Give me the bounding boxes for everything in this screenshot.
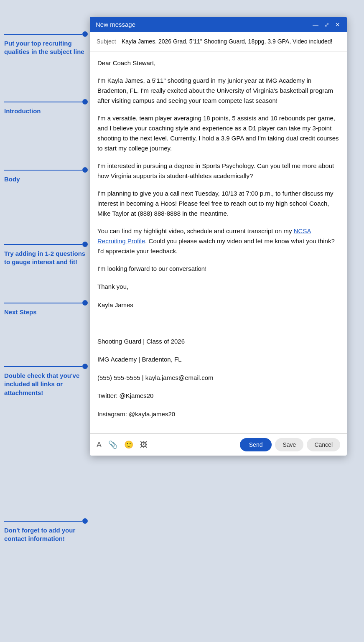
greeting: Dear Coach Stewart,: [97, 58, 339, 68]
signature-line-1: Shooting Guard | Class of 2026: [97, 336, 339, 347]
sidebar-item-label: Double check that you've included all li…: [4, 372, 88, 397]
email-body[interactable]: Dear Coach Stewart, I'm Kayla James, a 5…: [90, 51, 347, 433]
sidebar-dot: [82, 167, 88, 173]
sidebar-item-body-tip: Try adding in 1-2 questions to gauge int…: [4, 242, 88, 267]
emoji-icon[interactable]: 🙂: [124, 440, 133, 449]
signature-name: Kayla James: [97, 300, 339, 311]
paragraph-closing: I'm looking forward to our conversation!: [97, 264, 339, 274]
sidebar-line: [4, 170, 82, 171]
signature-line-4: Twitter: @Kjames20: [97, 390, 339, 401]
signature-closing: Thank you,: [97, 281, 339, 292]
paragraph-2: I'm a versatile, team player averaging 1…: [97, 113, 339, 153]
image-icon[interactable]: 🖼: [140, 441, 148, 449]
subject-label: Subject: [97, 37, 122, 45]
window-title: New message: [96, 21, 135, 28]
sidebar-dot: [82, 364, 88, 369]
link-paragraph-before: You can find my highlight video, schedul…: [97, 227, 294, 234]
sidebar-dot: [82, 242, 88, 247]
toolbar-actions: Send Save Cancel: [240, 438, 340, 451]
sidebar-item-body: Body: [4, 167, 88, 183]
signature-line-3: (555) 555-5555 | kayla.james@email.com: [97, 372, 339, 383]
cancel-button[interactable]: Cancel: [307, 438, 340, 451]
sidebar-line: [4, 303, 82, 303]
attachment-icon[interactable]: 📎: [108, 440, 117, 449]
send-button[interactable]: Send: [240, 438, 272, 451]
signature-line-5: Instagram: @kayla.james20: [97, 409, 339, 420]
sidebar-item-label: Try adding in 1-2 questions to gauge int…: [4, 250, 88, 267]
toolbar-icons: A 📎 🙂 🖼: [97, 440, 148, 449]
titlebar-controls: — ⤢ ✕: [312, 21, 341, 28]
sidebar-item-label: Next Steps: [4, 308, 88, 316]
sidebar-line: [4, 244, 82, 245]
sidebar-item-label: Introduction: [4, 107, 88, 115]
sidebar-dot: [82, 99, 88, 104]
signature-block: Thank you, Kayla James Shooting Guard | …: [97, 281, 339, 419]
sidebar-item-subject-tip: Put your top recruiting qualities in the…: [4, 31, 88, 56]
sidebar-line: [4, 34, 82, 35]
subject-value[interactable]: Kayla James, 2026 Grad, 5'11" Shooting G…: [122, 37, 340, 46]
sidebar-item-label: Don't forget to add your contact informa…: [4, 526, 88, 543]
sidebar-line: [4, 521, 82, 522]
save-button[interactable]: Save: [275, 438, 303, 451]
minimize-button[interactable]: —: [312, 21, 319, 28]
sidebar-item-next-steps: Next Steps: [4, 300, 88, 316]
sidebar-line: [4, 102, 82, 102]
sidebar-dot: [82, 300, 88, 306]
signature-line-2: IMG Academy | Bradenton, FL: [97, 354, 339, 365]
paragraph-4: I'm planning to give you a call next Tue…: [97, 189, 339, 219]
email-toolbar: A 📎 🙂 🖼 Send Save Cancel: [90, 433, 347, 456]
sidebar: Put your top recruiting qualities in the…: [0, 0, 92, 642]
sidebar-item-contact-tip: Don't forget to add your contact informa…: [4, 518, 88, 543]
format-text-icon[interactable]: A: [97, 441, 102, 449]
sidebar-item-introduction: Introduction: [4, 99, 88, 115]
maximize-button[interactable]: ⤢: [323, 21, 330, 28]
paragraph-1: I'm Kayla James, a 5'11" shooting guard …: [97, 76, 339, 106]
sidebar-dot: [82, 518, 88, 524]
sidebar-dot: [82, 31, 88, 37]
paragraph-link: You can find my highlight video, schedul…: [97, 226, 339, 256]
email-titlebar: New message — ⤢ ✕: [90, 17, 347, 32]
sidebar-item-label: Put your top recruiting qualities in the…: [4, 39, 88, 56]
email-compose-window: New message — ⤢ ✕ Subject Kayla James, 2…: [90, 17, 347, 456]
paragraph-3: I'm interested in pursuing a degree in S…: [97, 161, 339, 181]
sidebar-item-links-tip: Double check that you've included all li…: [4, 364, 88, 397]
sidebar-item-label: Body: [4, 175, 88, 183]
subject-row: Subject Kayla James, 2026 Grad, 5'11" Sh…: [90, 32, 347, 51]
sidebar-line: [4, 366, 82, 367]
close-button[interactable]: ✕: [334, 21, 341, 28]
